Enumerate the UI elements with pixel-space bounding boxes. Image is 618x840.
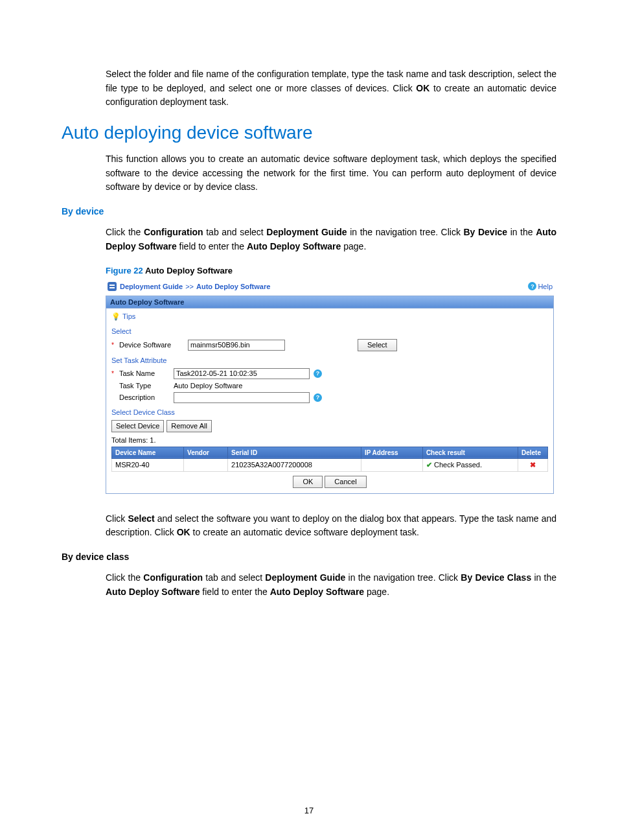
select-device-button[interactable]: Select Device xyxy=(111,420,164,432)
breadcrumb-sep: >> xyxy=(185,283,194,290)
deployment-icon xyxy=(107,281,117,292)
col-device-name[interactable]: Device Name xyxy=(112,447,184,458)
select-device-class-section: Select Device Class xyxy=(111,408,548,416)
svg-rect-0 xyxy=(108,282,117,291)
cancel-button[interactable]: Cancel xyxy=(325,476,366,488)
intro-ok: OK xyxy=(416,83,429,93)
help-icon: ? xyxy=(528,282,536,290)
bottom-buttons: OK Cancel xyxy=(111,472,548,489)
section-intro: This function allows you to create an au… xyxy=(106,152,556,194)
cell-check: ✔ Check Passed. xyxy=(422,458,518,471)
ok-button[interactable]: OK xyxy=(293,476,323,488)
set-task-section: Set Task Attribute xyxy=(111,356,548,364)
cell-serial: 210235A32A0077200008 xyxy=(228,458,361,471)
task-type-value: Auto Deploy Software xyxy=(174,382,242,390)
total-items: Total Items: 1. xyxy=(111,436,548,444)
breadcrumb: Deployment Guide >> Auto Deploy Software xyxy=(107,281,270,292)
panel-body: 💡 Tips Select * Device Software Select S… xyxy=(106,309,553,493)
device-software-row: * Device Software Select xyxy=(111,339,548,351)
bydev-para: Click the Configuration tab and select D… xyxy=(106,226,556,253)
byclass-para: Click the Configuration tab and select D… xyxy=(106,571,556,599)
figure-caption: Figure 22 Auto Deploy Software xyxy=(106,266,556,275)
panel-title: Auto Deploy Software xyxy=(106,296,553,309)
breadcrumb-a[interactable]: Deployment Guide xyxy=(120,283,183,290)
device-class-buttons: Select Device Remove All xyxy=(111,420,548,432)
intro-paragraph: Select the folder and file name of the c… xyxy=(106,67,556,110)
check-icon: ✔ xyxy=(426,461,432,469)
task-type-row: Task Type Auto Deploy Software xyxy=(111,382,548,390)
select-section: Select xyxy=(111,327,548,335)
bulb-icon: 💡 xyxy=(111,312,120,321)
device-table: Device Name Vendor Serial ID IP Address … xyxy=(111,447,548,472)
page-number: 17 xyxy=(0,806,618,815)
description-label: Description xyxy=(119,393,170,401)
task-type-label: Task Type xyxy=(119,382,170,390)
subheading-by-device-class: By device class xyxy=(62,552,556,562)
remove-all-button[interactable]: Remove All xyxy=(166,420,212,432)
task-name-row: * Task Name ? xyxy=(111,368,548,379)
delete-icon[interactable]: ✖ xyxy=(530,461,536,469)
cell-device-name: MSR20-40 xyxy=(112,458,184,471)
cell-delete: ✖ xyxy=(518,458,548,471)
col-ip[interactable]: IP Address xyxy=(361,447,422,458)
cell-ip xyxy=(361,458,422,471)
help-icon[interactable]: ? xyxy=(314,393,322,402)
after-figure-para: Click Select and select the software you… xyxy=(106,512,556,540)
section-heading: Auto deploying device software xyxy=(62,122,556,143)
table-row: MSR20-40 210235A32A0077200008 ✔ Check Pa… xyxy=(112,458,548,471)
panel: Auto Deploy Software 💡 Tips Select * Dev… xyxy=(106,296,554,494)
description-row: Description ? xyxy=(111,392,548,403)
ui-header: Deployment Guide >> Auto Deploy Software… xyxy=(106,279,554,296)
help-icon[interactable]: ? xyxy=(314,369,322,378)
figure-number: Figure 22 xyxy=(106,266,145,275)
required-marker: * xyxy=(111,370,115,377)
device-software-label: Device Software xyxy=(119,341,184,349)
check-text: Check Passed. xyxy=(434,461,482,469)
select-button[interactable]: Select xyxy=(358,339,397,351)
cell-vendor xyxy=(184,458,228,471)
tips-link[interactable]: 💡 Tips xyxy=(111,312,548,321)
required-marker: * xyxy=(111,342,115,349)
help-label: Help xyxy=(538,283,553,290)
figure-ui: Deployment Guide >> Auto Deploy Software… xyxy=(106,279,554,494)
figure-title: Auto Deploy Software xyxy=(145,266,233,275)
tips-label: Tips xyxy=(122,312,135,320)
col-check[interactable]: Check result xyxy=(422,447,518,458)
col-vendor[interactable]: Vendor xyxy=(184,447,228,458)
col-delete[interactable]: Delete xyxy=(518,447,548,458)
help-link[interactable]: ? Help xyxy=(528,282,553,290)
breadcrumb-b: Auto Deploy Software xyxy=(196,283,270,290)
subheading-by-device: By device xyxy=(62,206,556,216)
col-serial[interactable]: Serial ID xyxy=(228,447,361,458)
task-name-input[interactable] xyxy=(174,368,310,379)
device-software-input[interactable] xyxy=(188,340,285,351)
task-name-label: Task Name xyxy=(119,369,170,377)
description-input[interactable] xyxy=(174,392,310,403)
